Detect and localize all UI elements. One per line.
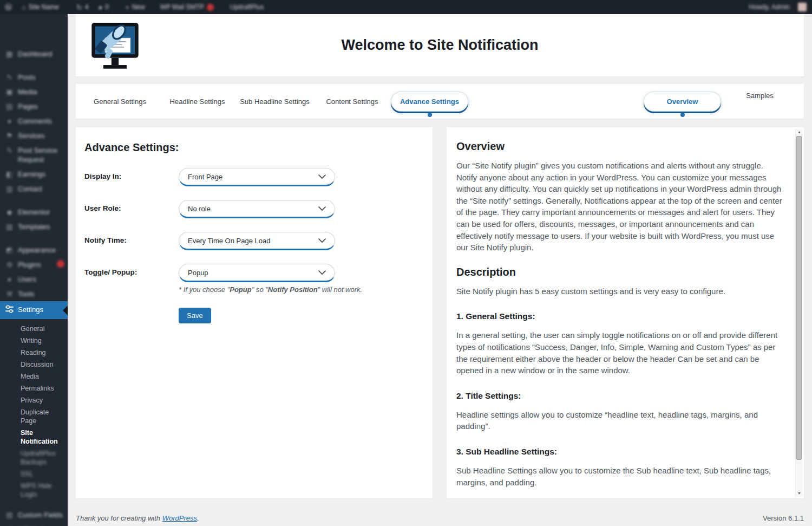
tab-headline-settings[interactable]: Headline Settings <box>159 98 236 106</box>
posts-icon: ✎ <box>5 73 14 82</box>
settings-submenu-general[interactable]: General <box>0 323 68 335</box>
sidebar-item-wp-mail-smtp[interactable]: ✉ WP Mail SMTP <box>0 522 68 526</box>
pages-icon: ▤ <box>5 102 14 111</box>
settings-submenu-ssl[interactable]: SSL <box>0 468 68 480</box>
tab-samples[interactable]: Samples <box>721 92 798 112</box>
avatar[interactable] <box>798 3 807 11</box>
sidebar-item-services[interactable]: ⚑ Services <box>0 128 68 143</box>
comments-menu[interactable]: ● 0 <box>93 0 114 14</box>
tab-content-settings[interactable]: Content Settings <box>313 98 391 106</box>
user-role-value: No role <box>188 205 211 213</box>
sidebar-item-posts[interactable]: ✎ Posts <box>0 70 68 85</box>
updates-count: 4 <box>85 3 89 11</box>
notify-time-label: Notify Time: <box>84 232 179 250</box>
chevron-down-icon <box>318 205 326 213</box>
howdy-account-menu[interactable]: Howdy, Admin <box>744 0 795 14</box>
notify-time-row: Notify Time: Every Time On Page Load <box>84 232 422 250</box>
description-intro: Site Notify plugin has 5 easy custom set… <box>456 285 784 297</box>
sidebar-item-custom-fields[interactable]: ▤ Custom Fields <box>0 508 68 522</box>
updraftplus-menu[interactable]: UpdraftPlus <box>225 0 269 14</box>
settings-submenu-updraftplus[interactable]: UpdraftPlus Backups <box>0 447 68 468</box>
overview-panel: Overview Our “Site Notify plugin” gives … <box>447 127 804 498</box>
toggle-popup-row: Toggle/ Popup: Popup <box>84 264 422 282</box>
appearance-icon: ◩ <box>5 245 14 255</box>
page-title: Welcome to Site Notification <box>76 37 804 54</box>
overview-scrollbar[interactable]: ▲ ▼ <box>795 129 802 497</box>
sidebar-item-appearance[interactable]: ◩ Appearance <box>0 243 68 257</box>
new-label: New <box>132 3 145 11</box>
tab-sub-headline-settings[interactable]: Sub Headline Settings <box>236 98 313 106</box>
settings-submenu-privacy[interactable]: Privacy <box>0 394 68 406</box>
tab-general-settings[interactable]: General Settings <box>81 98 159 106</box>
new-content-menu[interactable]: + New <box>120 0 150 14</box>
settings-submenu-media[interactable]: Media <box>0 371 68 382</box>
sidebar-item-earnings[interactable]: ◧ Earnings <box>0 167 68 181</box>
chevron-down-icon <box>318 269 326 277</box>
section-title-settings-heading: 2. Title Settings: <box>456 391 784 401</box>
services-icon: ⚑ <box>5 131 14 140</box>
toggle-popup-select[interactable]: Popup <box>179 264 335 282</box>
section-title-settings-body: Headline settings allow you to customize… <box>456 409 784 432</box>
wordpress-link[interactable]: WordPress <box>162 514 197 522</box>
settings-submenu-wps-hide-login[interactable]: WPS Hide Login <box>0 480 68 501</box>
sidebar-item-contact[interactable]: ▥ Contact <box>0 181 68 196</box>
updates-menu[interactable]: ↻ 4 <box>71 0 94 14</box>
plugins-icon: ⚙ <box>5 260 14 269</box>
sidebar-item-post-service-request[interactable]: ✎ Post Service Request <box>0 143 68 167</box>
sidebar-item-tools[interactable]: ⚒ Tools <box>0 287 68 301</box>
media-icon: ▣ <box>5 87 14 96</box>
save-button[interactable]: Save <box>179 308 211 323</box>
home-icon: ⌂ <box>22 4 26 11</box>
user-role-row: User Role: No role <box>84 200 422 218</box>
plugins-update-badge <box>57 260 64 268</box>
plus-icon: + <box>125 4 129 11</box>
scroll-up-arrow[interactable]: ▲ <box>796 129 803 135</box>
toggle-popup-label: Toggle/ Popup: <box>84 264 179 282</box>
settings-submenu-discussion[interactable]: Discussion <box>0 359 68 371</box>
request-icon: ✎ <box>5 146 14 155</box>
dashboard-icon: ▦ <box>5 49 14 59</box>
settings-submenu-site-notification[interactable]: Site Notification <box>0 427 68 447</box>
overview-title: Overview <box>456 140 784 153</box>
tab-overview[interactable]: Overview <box>644 92 721 112</box>
updraftplus-label: UpdraftPlus <box>230 3 264 11</box>
admin-footer: Thank you for creating with WordPress. V… <box>76 510 804 525</box>
comments-bubble-icon: ● <box>98 4 102 11</box>
sidebar-item-media[interactable]: ▣ Media <box>0 85 68 99</box>
popup-note: * If you choose "Popup" so "Notify Posit… <box>179 285 422 294</box>
display-in-row: Display In: Front Page <box>84 168 422 186</box>
user-role-label: User Role: <box>84 200 179 218</box>
user-role-select[interactable]: No role <box>179 200 335 218</box>
display-in-select[interactable]: Front Page <box>179 168 335 186</box>
section-general-settings-heading: 1. General Settings: <box>456 311 784 321</box>
scroll-down-arrow[interactable]: ▼ <box>796 490 803 497</box>
tools-icon: ⚒ <box>5 289 14 298</box>
comments-icon: ● <box>5 116 14 126</box>
sidebar-item-comments[interactable]: ● Comments <box>0 114 68 128</box>
sidebar-item-settings[interactable]: Settings <box>0 301 68 319</box>
sidebar-item-users[interactable]: ● Users <box>0 272 68 287</box>
sidebar-item-dashboard[interactable]: ▦ Dashboard <box>0 47 68 61</box>
sidebar-item-templates[interactable]: ▧ Templates <box>0 219 68 234</box>
settings-submenu-duplicate-page[interactable]: Duplicate Page <box>0 406 68 427</box>
wordpress-logo-menu[interactable]: Ⓦ <box>0 0 17 14</box>
active-tab-dot <box>680 113 685 117</box>
section-general-settings-body: In a general setting, the user can simpl… <box>456 329 784 376</box>
notify-time-select[interactable]: Every Time On Page Load <box>179 232 335 250</box>
scrollbar-thumb[interactable] <box>796 136 802 460</box>
settings-submenu-permalinks[interactable]: Permalinks <box>0 382 68 394</box>
settings-submenu-reading[interactable]: Reading <box>0 347 68 359</box>
tab-advance-settings[interactable]: Advance Settings <box>391 92 468 112</box>
sidebar-item-plugins[interactable]: ⚙ Plugins <box>0 257 68 272</box>
contact-icon: ▥ <box>5 184 14 193</box>
sidebar-item-pages[interactable]: ▤ Pages <box>0 99 68 114</box>
wp-mail-smtp-menu[interactable]: WP Mail SMTP <box>155 0 219 14</box>
footer-version: Version 6.1.1 <box>763 514 804 522</box>
sidebar-item-elementor[interactable]: ◆ Elementor <box>0 205 68 219</box>
templates-icon: ▧ <box>5 222 14 231</box>
elementor-icon: ◆ <box>5 207 14 217</box>
settings-submenu-writing[interactable]: Writing <box>0 335 68 347</box>
main-content: Welcome to Site Notification General Set… <box>68 14 812 526</box>
comments-count: 0 <box>105 3 109 11</box>
site-name-menu[interactable]: ⌂ Site Name <box>17 0 64 14</box>
